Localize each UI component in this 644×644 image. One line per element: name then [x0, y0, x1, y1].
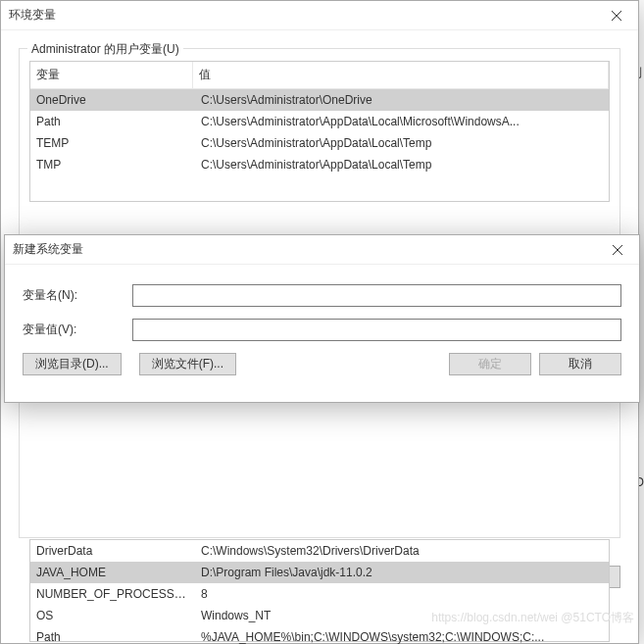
close-button[interactable]	[594, 1, 638, 30]
close-icon	[612, 11, 621, 21]
table-row[interactable]: NUMBER_OF_PROCESSORS8	[30, 583, 609, 605]
cell-variable: OS	[30, 608, 195, 623]
dialog-content: 变量名(N): 变量值(V): 浏览目录(D)... 浏览文件(F)... 确定…	[5, 265, 639, 385]
variable-name-input[interactable]	[132, 284, 621, 307]
variable-name-label: 变量名(N):	[23, 287, 132, 304]
user-variables-table[interactable]: 变量 值 OneDriveC:\Users\Administrator\OneD…	[29, 61, 610, 202]
cell-variable: Path	[30, 629, 195, 644]
cell-value: C:\Users\Administrator\OneDrive	[195, 92, 609, 108]
table-row[interactable]: TMPC:\Users\Administrator\AppData\Local\…	[30, 154, 609, 175]
table-row[interactable]: JAVA_HOMED:\Program Files\Java\jdk-11.0.…	[30, 562, 609, 583]
variable-value-input[interactable]	[132, 319, 621, 341]
cell-variable: Path	[30, 114, 195, 129]
system-variables-table[interactable]: DriverDataC:\Windows\System32\Drivers\Dr…	[29, 539, 610, 642]
cell-value: %JAVA_HOME%\bin;C:\WINDOWS\system32;C:\W…	[195, 629, 609, 644]
cell-variable: OneDrive	[30, 92, 195, 108]
table-row[interactable]: TEMPC:\Users\Administrator\AppData\Local…	[30, 132, 609, 154]
cell-value: C:\Users\Administrator\AppData\Local\Tem…	[195, 157, 609, 173]
column-header-value[interactable]: 值	[193, 62, 609, 88]
dialog-close-button[interactable]	[595, 235, 639, 265]
variable-value-label: 变量值(V):	[23, 322, 132, 338]
cell-variable: DriverData	[30, 543, 195, 559]
cell-value: 8	[195, 586, 609, 602]
dialog-cancel-button[interactable]: 取消	[539, 353, 621, 375]
cell-variable: TMP	[30, 157, 195, 173]
browse-file-button[interactable]: 浏览文件(F)...	[139, 353, 236, 375]
system-variables-body: DriverDataC:\Windows\System32\Drivers\Dr…	[30, 540, 609, 644]
table-row[interactable]: DriverDataC:\Windows\System32\Drivers\Dr…	[30, 540, 609, 562]
table-row[interactable]: Path%JAVA_HOME%\bin;C:\WINDOWS\system32;…	[30, 626, 609, 644]
cell-variable: NUMBER_OF_PROCESSORS	[30, 586, 195, 602]
cell-variable: JAVA_HOME	[30, 565, 195, 580]
table-header: 变量 值	[30, 62, 609, 89]
dialog-ok-button[interactable]: 确定	[449, 353, 531, 375]
watermark: https://blog.csdn.net/wei @51CTO博客	[431, 610, 634, 626]
table-row[interactable]: OneDriveC:\Users\Administrator\OneDrive	[30, 89, 609, 111]
browse-directory-button[interactable]: 浏览目录(D)...	[23, 353, 122, 375]
titlebar: 环境变量	[1, 1, 638, 30]
cell-value: C:\Users\Administrator\AppData\Local\Mic…	[195, 114, 609, 129]
user-variables-body: OneDriveC:\Users\Administrator\OneDriveP…	[30, 89, 609, 175]
name-row: 变量名(N):	[23, 284, 621, 307]
cell-value: C:\Windows\System32\Drivers\DriverData	[195, 543, 609, 559]
window-title: 环境变量	[9, 7, 56, 24]
table-row[interactable]: PathC:\Users\Administrator\AppData\Local…	[30, 111, 609, 132]
cell-value: C:\Users\Administrator\AppData\Local\Tem…	[195, 135, 609, 151]
dialog-title: 新建系统变量	[13, 241, 83, 258]
close-icon	[613, 245, 622, 255]
dialog-titlebar: 新建系统变量	[5, 235, 639, 265]
cell-variable: TEMP	[30, 135, 195, 151]
value-row: 变量值(V):	[23, 319, 621, 341]
column-header-variable[interactable]: 变量	[30, 62, 193, 88]
user-variables-legend: Administrator 的用户变量(U)	[27, 41, 183, 58]
new-system-variable-dialog: 新建系统变量 变量名(N): 变量值(V): 浏览目录(D)... 浏览文件(F…	[4, 234, 640, 403]
dialog-button-row: 浏览目录(D)... 浏览文件(F)... 确定 取消	[23, 353, 621, 375]
cell-value: D:\Program Files\Java\jdk-11.0.2	[195, 565, 609, 580]
